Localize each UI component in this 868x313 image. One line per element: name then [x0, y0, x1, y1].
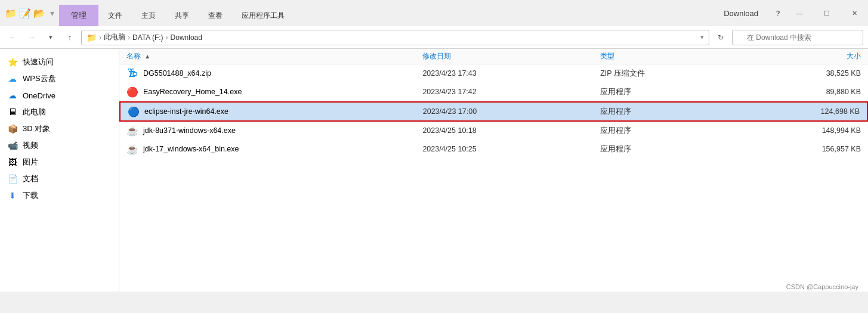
sort-arrow: ▲ [144, 53, 150, 60]
file-date-cell: 2023/4/23 17:00 [423, 107, 600, 116]
video-icon: 📹 [7, 140, 18, 151]
address-path[interactable]: 📁 › 此电脑 › DATA (F:) › Download ▾ [81, 30, 709, 45]
file-size-cell: 156,957 KB [742, 145, 861, 153]
filelist: 名称 ▲ 修改日期 类型 大小 🗜 DG5501488_x64.zip 2023… [119, 49, 868, 292]
file-date-cell: 2023/4/23 17:43 [422, 69, 600, 78]
exe-icon: 🔴 [126, 86, 138, 98]
col-name-header[interactable]: 名称 ▲ [126, 51, 422, 61]
minimize-button[interactable]: — [786, 0, 813, 26]
window-title: Download [712, 0, 770, 26]
up-button[interactable]: ↑ [62, 30, 78, 45]
file-size-cell: 148,994 KB [742, 126, 861, 135]
eclipse-icon: 🔵 [128, 106, 140, 117]
onedrive-icon: ☁ [7, 90, 18, 101]
window-controls: ? — ☐ ✕ [770, 0, 868, 26]
table-row[interactable]: 🗜 DG5501488_x64.zip 2023/4/23 17:43 ZIP … [119, 64, 868, 83]
file-name-cell: 🔵 eclipse-inst-jre-win64.exe [128, 106, 423, 117]
titlebar: 📁 📝 📂 ▾ 管理 文件 主页 共享 查看 应用程序工具 Download ?… [0, 0, 868, 26]
file-name-cell: ☕ jdk-17_windows-x64_bin.exe [126, 143, 422, 155]
table-row[interactable]: 🔵 eclipse-inst-jre-win64.exe 2023/4/23 1… [119, 101, 868, 122]
table-row[interactable]: ☕ jdk-8u371-windows-x64.exe 2023/4/25 10… [119, 122, 868, 140]
pictures-icon: 🖼 [7, 157, 18, 168]
quick-access-toolbar: 📁 📝 📂 ▾ [0, 0, 59, 26]
pc-icon: 🖥 [7, 107, 18, 117]
col-type-header[interactable]: 类型 [600, 51, 742, 61]
help-button[interactable]: ? [770, 2, 786, 24]
file-date-cell: 2023/4/25 10:25 [422, 145, 600, 153]
watermark: CSDN @Cappuccino-jay [777, 282, 868, 292]
tab-view[interactable]: 查看 [199, 5, 232, 26]
addressbar: ← → ▾ ↑ 📁 › 此电脑 › DATA (F:) › Download ▾… [0, 26, 868, 49]
file-type-cell: ZIP 压缩文件 [600, 69, 742, 79]
sidebar-item-3dobjects[interactable]: 📦 3D 对象 [0, 120, 119, 137]
sidebar-item-wps[interactable]: ☁ WPS云盘 [0, 70, 119, 87]
search-input[interactable] [732, 30, 863, 45]
close-button[interactable]: ✕ [841, 0, 868, 26]
main-area: ⭐ 快速访问 ☁ WPS云盘 ☁ OneDrive 🖥 此电脑 📦 3D 对象 … [0, 49, 868, 292]
note-icon: 📝 [19, 7, 31, 19]
tab-home[interactable]: 主页 [132, 5, 165, 26]
sidebar-item-quick-access[interactable]: ⭐ 快速访问 [0, 54, 119, 70]
tab-file[interactable]: 文件 [98, 5, 132, 26]
maximize-button[interactable]: ☐ [813, 0, 841, 26]
jdk17-icon: ☕ [126, 143, 138, 155]
wps-cloud-icon: ☁ [7, 73, 18, 84]
downloads-icon: ⬇ [7, 190, 18, 201]
col-size-header[interactable]: 大小 [742, 51, 861, 61]
tab-apptools[interactable]: 应用程序工具 [232, 5, 294, 26]
ribbon-tabs: 管理 文件 主页 共享 查看 应用程序工具 [59, 0, 712, 26]
col-date-header[interactable]: 修改日期 [422, 51, 600, 61]
recent-button[interactable]: ▾ [43, 30, 58, 45]
file-type-cell: 应用程序 [600, 87, 742, 97]
table-row[interactable]: 🔴 EasyRecovery_Home_14.exe 2023/4/23 17:… [119, 83, 868, 101]
documents-icon: 📄 [7, 173, 18, 184]
tab-manage[interactable]: 管理 [59, 5, 98, 26]
sidebar-item-documents[interactable]: 📄 文档 [0, 171, 119, 187]
star-icon: ⭐ [7, 57, 18, 67]
back-button[interactable]: ← [5, 30, 20, 45]
sidebar-item-videos[interactable]: 📹 视频 [0, 137, 119, 154]
folder-icon: 📁 [5, 7, 17, 19]
sidebar: ⭐ 快速访问 ☁ WPS云盘 ☁ OneDrive 🖥 此电脑 📦 3D 对象 … [0, 49, 119, 292]
file-size-cell: 89,880 KB [742, 88, 861, 96]
file-type-cell: 应用程序 [600, 126, 742, 136]
file-date-cell: 2023/4/23 17:42 [422, 88, 600, 96]
file-name-cell: ☕ jdk-8u371-windows-x64.exe [126, 125, 422, 137]
search-wrapper: 🔍 [732, 30, 863, 45]
zip-icon: 🗜 [126, 67, 138, 79]
3d-objects-icon: 📦 [7, 123, 18, 134]
column-headers: 名称 ▲ 修改日期 类型 大小 [119, 49, 868, 64]
sidebar-item-thispc[interactable]: 🖥 此电脑 [0, 104, 119, 120]
sidebar-item-pictures[interactable]: 🖼 图片 [0, 154, 119, 171]
table-row[interactable]: ☕ jdk-17_windows-x64_bin.exe 2023/4/25 1… [119, 140, 868, 159]
file-name-cell: 🗜 DG5501488_x64.zip [126, 67, 422, 79]
forward-button[interactable]: → [24, 30, 39, 45]
file-type-cell: 应用程序 [600, 144, 742, 154]
tab-share[interactable]: 共享 [165, 5, 199, 26]
refresh-button[interactable]: ↻ [713, 30, 728, 45]
file-date-cell: 2023/4/25 10:18 [422, 126, 600, 135]
file-name-cell: 🔴 EasyRecovery_Home_14.exe [126, 86, 422, 98]
file-size-cell: 124,698 KB [742, 107, 860, 116]
folder2-icon: 📂 [33, 7, 45, 19]
sidebar-item-downloads[interactable]: ⬇ 下载 [0, 187, 119, 204]
sidebar-item-onedrive[interactable]: ☁ OneDrive [0, 87, 119, 104]
file-size-cell: 38,525 KB [742, 69, 861, 78]
jdk-icon: ☕ [126, 125, 138, 137]
file-type-cell: 应用程序 [600, 107, 742, 117]
